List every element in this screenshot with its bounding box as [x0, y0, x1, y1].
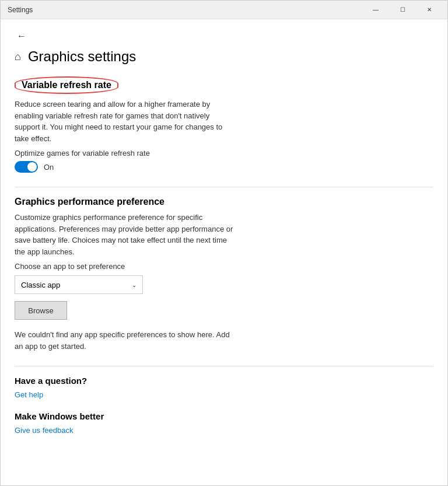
dropdown-arrow-icon: ⌄	[132, 282, 136, 288]
divider-1	[15, 187, 433, 187]
choose-app-label: Choose an app to set preference	[15, 262, 433, 271]
toggle-state-text: On	[44, 163, 54, 172]
no-apps-text: We couldn't find any app specific prefer…	[15, 329, 236, 352]
close-button[interactable]: ✕	[416, 1, 443, 19]
restore-button[interactable]: ☐	[389, 1, 416, 19]
titlebar-controls: — ☐ ✕	[362, 1, 443, 19]
settings-window: Settings — ☐ ✕ ← ⌂ Graphics settings Var…	[0, 0, 448, 486]
make-windows-better-title: Make Windows better	[15, 411, 433, 421]
refresh-rate-toggle[interactable]	[15, 161, 38, 173]
page-content: ← ⌂ Graphics settings Variable refresh r…	[1, 19, 447, 485]
app-dropdown[interactable]: Classic app ⌄	[15, 275, 143, 294]
back-button[interactable]: ←	[15, 29, 29, 44]
home-icon: ⌂	[15, 51, 21, 63]
back-header: ←	[15, 29, 433, 44]
graphics-performance-desc: Customize graphics performance preferenc…	[15, 212, 236, 257]
variable-refresh-rate-section: Variable refresh rate Reduce screen tear…	[15, 76, 433, 173]
give-feedback-link[interactable]: Give us feedback	[15, 426, 73, 435]
variable-refresh-rate-desc: Reduce screen tearing and allow for a hi…	[15, 99, 236, 144]
browse-button[interactable]: Browse	[15, 301, 67, 320]
titlebar: Settings — ☐ ✕	[1, 1, 447, 19]
graphics-performance-title: Graphics performance preference	[15, 197, 433, 207]
toggle-row: On	[15, 161, 433, 173]
page-title-row: ⌂ Graphics settings	[15, 48, 433, 65]
titlebar-title: Settings	[8, 6, 33, 14]
content-area: ← ⌂ Graphics settings Variable refresh r…	[1, 19, 447, 485]
have-a-question-section: Have a question? Get help	[15, 376, 433, 400]
dropdown-value: Classic app	[21, 281, 60, 289]
get-help-link[interactable]: Get help	[15, 390, 43, 399]
divider-2	[15, 366, 433, 366]
make-windows-better-section: Make Windows better Give us feedback	[15, 411, 433, 435]
page-title: Graphics settings	[28, 48, 136, 65]
have-a-question-title: Have a question?	[15, 376, 433, 386]
variable-refresh-rate-title: Variable refresh rate	[15, 76, 118, 94]
graphics-performance-section: Graphics performance preference Customiz…	[15, 197, 433, 352]
optimize-label: Optimize games for variable refresh rate	[15, 149, 433, 158]
minimize-button[interactable]: —	[362, 1, 389, 19]
